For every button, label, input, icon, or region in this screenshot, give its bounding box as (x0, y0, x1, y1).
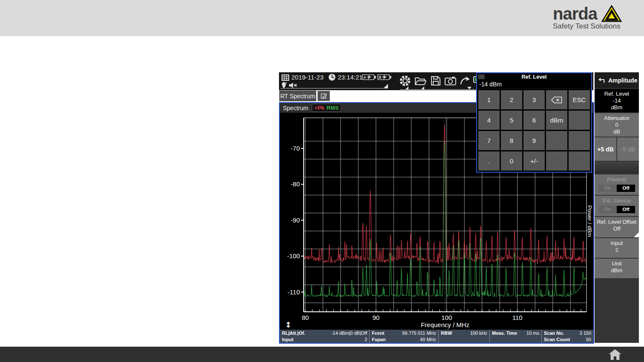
svg-text:100: 100 (441, 314, 452, 321)
legend-rms-label: RMS (326, 105, 339, 111)
back-arrow-icon (598, 77, 605, 83)
menu-title: Amplitude (608, 77, 637, 84)
ref-level-button[interactable]: Ref. Level -14 dBm (595, 89, 639, 112)
blank-key (569, 131, 590, 150)
esc-key[interactable]: ESC (569, 90, 590, 109)
spectrum-title: Spectrum (283, 105, 308, 111)
attenuator-button[interactable]: Attenuator 0 dB (595, 113, 639, 137)
calendar-icon (282, 74, 289, 81)
keypad-titlebar[interactable]: Ref. Level (477, 73, 591, 80)
key-7[interactable]: 7 (478, 131, 500, 150)
svg-text:110: 110 (512, 314, 523, 321)
minus-5db-button: -5 dB (617, 137, 639, 161)
instrument-screen: 2019-11-23 23:14:21 A B (279, 72, 639, 343)
ext-device-onoff: On Off (598, 206, 635, 213)
resize-arrow-icon[interactable]: ↕ (285, 320, 291, 329)
key-8[interactable]: 8 (501, 131, 522, 150)
edit-tabs-button[interactable] (317, 91, 330, 101)
save-icon[interactable] (431, 76, 441, 86)
expand-handle-triangle[interactable] (384, 84, 388, 88)
date-display: 2019-11-23 (291, 74, 324, 81)
ext-device-toggle: Ext. Device On Off (595, 196, 639, 216)
key-3[interactable]: 3 (523, 90, 545, 109)
keypad-entry-field[interactable]: -14 dBm (477, 80, 591, 89)
status-cell-freq: Fcent99.775 011 MHz Fspan40 MHz (370, 330, 439, 343)
toolbar-divider-2 (400, 89, 476, 90)
status-cell-scan: Scan No.3 150 Scan Count50 (542, 330, 593, 343)
unit-button[interactable]: Unit dBm (595, 259, 639, 278)
y-axis-label: Power / dBm (586, 205, 593, 237)
svg-text:B: B (379, 75, 382, 80)
step-buttons: +5 dB -5 dB (595, 137, 639, 161)
toolbar-divider (281, 88, 388, 88)
preamp-toggle: Preamp On Off (595, 174, 639, 195)
time-display: 23:14:21 (338, 74, 362, 81)
home-icon (608, 349, 622, 360)
menu-spacer (595, 162, 639, 174)
brand-tagline: Safety Test Solutions (553, 22, 622, 31)
brand-header: narda Safety Test Solutions (0, 0, 644, 36)
svg-text:-80: -80 (290, 180, 300, 188)
svg-text:90: 90 (372, 314, 380, 321)
tab-rt-spectrum[interactable]: RT Spectrum (279, 90, 316, 101)
settings-gear-icon[interactable] (399, 75, 411, 87)
x-axis-label: Frequency / MHz (304, 321, 586, 328)
speaker-muted-icon (288, 82, 298, 88)
narda-logo: narda Safety Test Solutions (553, 5, 622, 31)
menu-header[interactable]: Amplitude (595, 72, 639, 88)
key-1[interactable]: 1 (478, 90, 500, 109)
amplitude-menu: Amplitude Ref. Level -14 dBm Attenuator … (595, 72, 639, 343)
blank-key (546, 131, 567, 150)
status-cell-meastime: Meas. Time10 ms (490, 330, 542, 343)
drag-grip-icon[interactable] (479, 74, 485, 79)
status-cell-rbw: RBW100 kHz (439, 330, 490, 343)
svg-text:80: 80 (302, 314, 309, 321)
open-submenu-triangle (421, 86, 424, 89)
edit-icon (321, 93, 327, 99)
legend-peak-label: +Pk (314, 105, 325, 111)
open-folder-icon[interactable] (414, 76, 426, 86)
blank-key (569, 111, 590, 130)
submenu-corner-triangle (634, 232, 639, 237)
backspace-icon (551, 97, 562, 103)
svg-text:-70: -70 (290, 145, 300, 152)
plusminus-key[interactable]: +/- (523, 151, 545, 171)
dbm-key[interactable]: dBm (546, 111, 567, 130)
battery-b-icon: B (377, 74, 391, 80)
plus-5db-button[interactable]: +5 dB (595, 137, 616, 161)
trace-legend: +Pk RMS (312, 104, 341, 112)
keypad-title: Ref. Level (521, 74, 546, 80)
blank-key (569, 151, 590, 171)
decimal-key[interactable]: . (478, 151, 500, 171)
key-5[interactable]: 5 (501, 111, 522, 130)
keypad-grid: 1 2 3 ESC 4 5 6 dBm 7 8 9 . 0 +/- (477, 89, 591, 172)
blank-key (546, 151, 567, 171)
key-4[interactable]: 4 (478, 111, 500, 130)
preamp-onoff: On Off (598, 185, 635, 192)
tab-label: RT Spectrum (280, 93, 315, 100)
bottom-bar (0, 347, 644, 362)
battery-a-icon: A (362, 74, 376, 80)
status-bar: RL|Att.|Of.-14 dBm|0 dB|Off Input2 Fcent… (280, 330, 593, 343)
key-6[interactable]: 6 (523, 111, 545, 130)
redo-dropdown-triangle (467, 87, 472, 89)
key-0[interactable]: 0 (501, 151, 522, 171)
ref-level-offset-button[interactable]: Ref. Level Offset Off (595, 217, 639, 237)
backspace-key[interactable] (546, 90, 567, 109)
home-button[interactable] (608, 349, 622, 360)
redo-icon[interactable] (460, 76, 472, 86)
svg-text:-110: -110 (288, 288, 300, 296)
svg-text:-100: -100 (287, 252, 300, 259)
ref-level-keypad: Ref. Level -14 dBm 1 2 3 ESC 4 5 6 dBm 7… (476, 72, 592, 173)
screenshot-camera-icon[interactable] (445, 77, 456, 86)
status-cell-rl: RL|Att.|Of.-14 dBm|0 dB|Off Input2 (280, 330, 370, 343)
svg-text:-90: -90 (290, 217, 300, 224)
brand-name: narda (553, 6, 597, 22)
settings-submenu-triangle (405, 86, 408, 89)
key-9[interactable]: 9 (523, 131, 545, 150)
svg-text:A: A (363, 75, 366, 80)
input-button[interactable]: Input 2 (595, 238, 639, 258)
clock-icon (328, 74, 336, 81)
key-2[interactable]: 2 (501, 90, 522, 109)
narda-triangle-icon (601, 5, 622, 22)
